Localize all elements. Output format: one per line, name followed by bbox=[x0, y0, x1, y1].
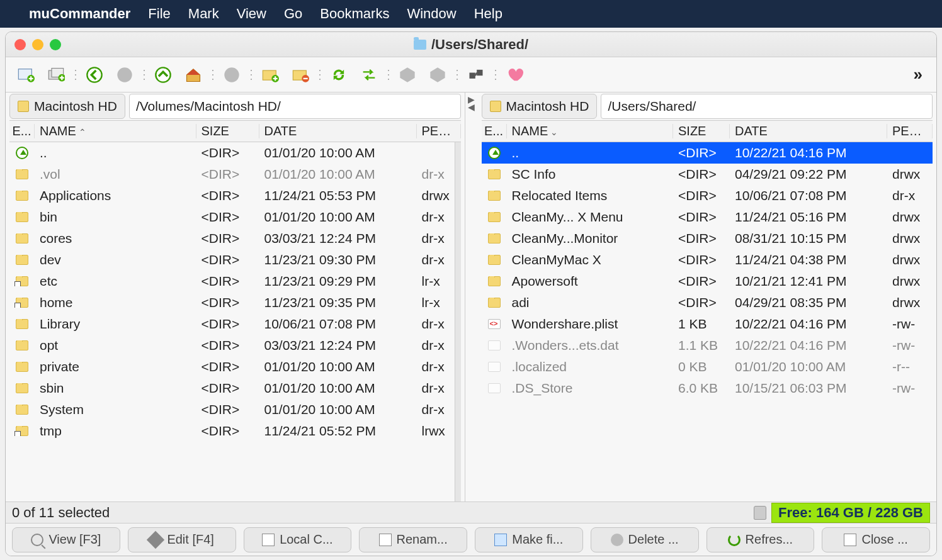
menu-mark[interactable]: Mark bbox=[188, 6, 219, 22]
right-path-input[interactable]: /Users/Shared/ bbox=[601, 94, 933, 119]
table-row[interactable]: CleanMy...Monitor<DIR>08/31/21 10:15 PMd… bbox=[482, 228, 933, 249]
table-row[interactable]: SC Info<DIR>04/29/21 09:22 PMdrwx bbox=[482, 164, 933, 185]
cell-date: 10/22/21 04:16 PM bbox=[730, 338, 887, 353]
folder-icon bbox=[414, 40, 426, 50]
make-file-button[interactable]: Make fi... bbox=[475, 527, 583, 552]
cell-size: 1 KB bbox=[673, 316, 730, 332]
table-row[interactable]: tmp<DIR>11/24/21 05:52 PMlrwx bbox=[9, 420, 461, 442]
mac-menubar: muCommander File Mark View Go Bookmarks … bbox=[0, 0, 942, 28]
folder-icon bbox=[488, 298, 501, 308]
folder-link-icon bbox=[16, 298, 28, 308]
new-tab-button[interactable] bbox=[42, 62, 70, 87]
cell-perm: -r-- bbox=[887, 359, 933, 374]
col-name[interactable]: NAME bbox=[507, 124, 674, 138]
table-row[interactable]: .DS_Store6.0 KB10/15/21 06:03 PM-rw- bbox=[482, 378, 933, 399]
table-row[interactable]: Wondershare.plist1 KB10/22/21 04:16 PM-r… bbox=[482, 313, 933, 335]
cell-size: <DIR> bbox=[196, 295, 259, 310]
left-path-input[interactable]: /Volumes/Macintosh HD/ bbox=[129, 94, 461, 119]
table-row[interactable]: Library<DIR>10/06/21 07:08 PMdr-x bbox=[9, 313, 461, 335]
table-row[interactable]: .vol<DIR>01/01/20 10:00 AMdr-x bbox=[9, 164, 461, 185]
toolbar-overflow-button[interactable]: » bbox=[906, 65, 930, 84]
new-folder-button[interactable] bbox=[256, 62, 284, 87]
table-row[interactable]: CleanMy... X Menu<DIR>11/24/21 05:16 PMd… bbox=[482, 206, 933, 228]
table-row[interactable]: Relocated Items<DIR>10/06/21 07:08 PMdr-… bbox=[482, 185, 933, 206]
cell-name: SC Info bbox=[507, 167, 674, 182]
right-path-row: Macintosh HD /Users/Shared/ bbox=[478, 92, 937, 120]
col-name[interactable]: NAME bbox=[35, 124, 196, 138]
delete-icon bbox=[611, 534, 623, 546]
scrollbar[interactable] bbox=[455, 142, 461, 501]
edit-button[interactable]: Edit [F4] bbox=[128, 527, 236, 552]
local-copy-button[interactable]: Local C... bbox=[244, 527, 352, 552]
table-row[interactable]: adi<DIR>04/29/21 08:35 PMdrwx bbox=[482, 292, 933, 313]
cell-size: <DIR> bbox=[673, 188, 730, 203]
view-button[interactable]: View [F3] bbox=[12, 527, 120, 552]
col-perm[interactable]: PER... bbox=[417, 124, 461, 138]
parent-button[interactable] bbox=[149, 62, 177, 87]
right-table-body[interactable]: ..<DIR>10/22/21 04:16 PMSC Info<DIR>04/2… bbox=[482, 142, 933, 501]
col-ext[interactable]: E... bbox=[9, 124, 35, 138]
col-size[interactable]: SIZE bbox=[673, 124, 730, 138]
pane-divider[interactable]: ▶ ◀ bbox=[465, 92, 478, 501]
table-row[interactable]: sbin<DIR>01/01/20 10:00 AMdr-x bbox=[9, 378, 461, 399]
col-perm[interactable]: PER... bbox=[887, 124, 933, 138]
favorite-button[interactable] bbox=[501, 62, 528, 87]
refresh-cmd-button[interactable]: Refres... bbox=[706, 527, 815, 552]
menu-go[interactable]: Go bbox=[284, 6, 302, 22]
svg-rect-15 bbox=[470, 72, 475, 78]
cell-name: home bbox=[35, 295, 196, 310]
refresh-button[interactable] bbox=[325, 62, 353, 87]
app-name[interactable]: muCommander bbox=[29, 6, 130, 22]
menu-bookmarks[interactable]: Bookmarks bbox=[320, 6, 389, 22]
folder-icon bbox=[16, 383, 28, 393]
server2-button[interactable] bbox=[424, 62, 451, 87]
menu-view[interactable]: View bbox=[237, 6, 266, 22]
back-button[interactable] bbox=[81, 62, 108, 87]
close-button[interactable]: Close ... bbox=[822, 527, 930, 552]
col-date[interactable]: DATE bbox=[259, 124, 417, 138]
trash-icon[interactable] bbox=[754, 506, 766, 520]
right-drive-chip[interactable]: Macintosh HD bbox=[482, 94, 598, 119]
toolbar-separator bbox=[319, 64, 320, 86]
menu-help[interactable]: Help bbox=[474, 6, 502, 22]
table-row[interactable]: private<DIR>01/01/20 10:00 AMdr-x bbox=[9, 356, 461, 378]
forward-button[interactable] bbox=[111, 62, 139, 87]
table-row[interactable]: CleanMyMac X<DIR>11/24/21 04:38 PMdrwx bbox=[482, 249, 933, 271]
table-row[interactable]: Applications<DIR>11/24/21 05:53 PMdrwx bbox=[9, 185, 461, 206]
cell-size: 1.1 KB bbox=[673, 338, 730, 353]
table-row[interactable]: home<DIR>11/23/21 09:35 PMlr-x bbox=[9, 292, 461, 313]
table-row[interactable]: dev<DIR>11/23/21 09:30 PMdr-x bbox=[9, 249, 461, 271]
cell-size: <DIR> bbox=[196, 359, 259, 374]
swap-panels-button[interactable] bbox=[355, 62, 383, 87]
table-row[interactable]: ..<DIR>01/01/20 10:00 AM bbox=[9, 142, 461, 164]
left-table-body[interactable]: ..<DIR>01/01/20 10:00 AM.vol<DIR>01/01/2… bbox=[9, 142, 461, 501]
table-row[interactable]: cores<DIR>03/03/21 12:24 PMdr-x bbox=[9, 228, 461, 249]
rename-button[interactable]: Renam... bbox=[359, 527, 467, 552]
menu-file[interactable]: File bbox=[148, 6, 170, 22]
delete-button[interactable]: Delete ... bbox=[591, 527, 699, 552]
connect-button[interactable] bbox=[462, 62, 490, 87]
col-size[interactable]: SIZE bbox=[196, 124, 259, 138]
delete-folder-button[interactable] bbox=[287, 62, 314, 87]
new-window-button[interactable] bbox=[12, 62, 40, 87]
table-row[interactable]: opt<DIR>03/03/21 12:24 PMdr-x bbox=[9, 335, 461, 356]
table-row[interactable]: .Wonders...ets.dat1.1 KB10/22/21 04:16 P… bbox=[482, 335, 933, 356]
table-row[interactable]: ..<DIR>10/22/21 04:16 PM bbox=[482, 142, 933, 164]
home-button[interactable] bbox=[179, 62, 207, 87]
table-row[interactable]: Apowersoft<DIR>10/21/21 12:41 PMdrwx bbox=[482, 271, 933, 292]
table-row[interactable]: .localized0 KB01/01/20 10:00 AM-r-- bbox=[482, 356, 933, 378]
cell-size: <DIR> bbox=[196, 231, 259, 246]
cell-size: <DIR> bbox=[673, 274, 730, 289]
table-row[interactable]: bin<DIR>01/01/20 10:00 AMdr-x bbox=[9, 206, 461, 228]
close-label: Close ... bbox=[861, 532, 907, 547]
table-row[interactable]: etc<DIR>11/23/21 09:29 PMlr-x bbox=[9, 271, 461, 292]
folder-link-icon bbox=[16, 276, 28, 286]
left-drive-chip[interactable]: Macintosh HD bbox=[9, 94, 125, 119]
stop-button[interactable] bbox=[218, 62, 246, 87]
col-date[interactable]: DATE bbox=[730, 124, 887, 138]
table-row[interactable]: System<DIR>01/01/20 10:00 AMdr-x bbox=[9, 399, 461, 420]
server1-button[interactable] bbox=[394, 62, 421, 87]
folder-icon bbox=[16, 191, 28, 201]
menu-window[interactable]: Window bbox=[407, 6, 456, 22]
col-ext[interactable]: E... bbox=[482, 124, 507, 138]
